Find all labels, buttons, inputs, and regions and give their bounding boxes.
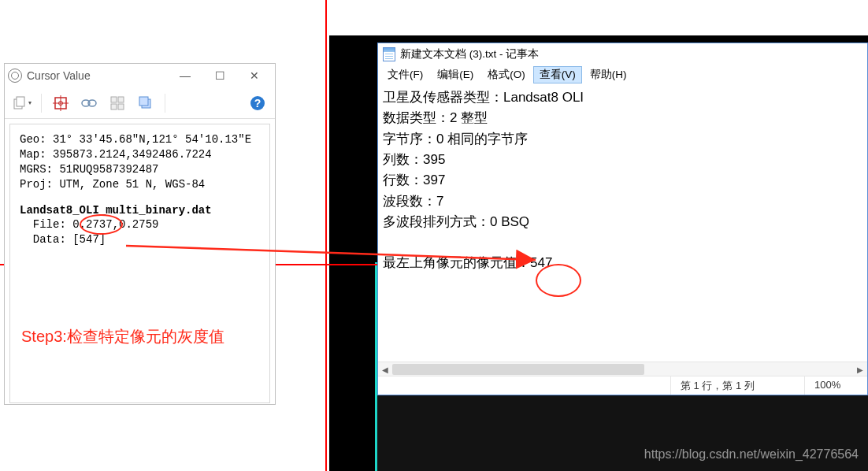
proj-value: UTM, Zone 51 N, WGS-84	[59, 178, 205, 191]
annotation-circle-cursor	[80, 214, 123, 235]
svg-text:?: ?	[254, 97, 262, 109]
status-zoom: 100%	[804, 376, 867, 395]
text-line: 多波段排列方式：0 BSQ	[383, 212, 862, 232]
menu-help[interactable]: 帮助(H)	[584, 66, 633, 83]
crosshair-icon	[53, 95, 69, 111]
horizontal-scrollbar[interactable]: ◀ ▶	[378, 362, 867, 376]
menu-edit[interactable]: 编辑(E)	[431, 66, 480, 83]
crosshair-tool-button[interactable]	[50, 93, 72, 113]
dropdown-caret-icon: ▾	[28, 99, 32, 106]
annotation-circle-notepad	[536, 264, 581, 297]
text-line: 波段数：7	[383, 191, 862, 212]
text-line: 数据类型：2 整型	[383, 108, 862, 128]
crosshair-vertical	[325, 0, 327, 471]
menu-view[interactable]: 查看(V)	[533, 66, 582, 83]
svg-rect-8	[111, 97, 117, 102]
minimize-button[interactable]: —	[168, 65, 202, 87]
step3-annotation: Step3:检查特定像元的灰度值	[21, 326, 224, 347]
menu-format[interactable]: 格式(O)	[481, 66, 532, 83]
link-tool-button[interactable]	[78, 93, 100, 113]
link-icon	[80, 98, 98, 109]
maximize-button[interactable]: ☐	[202, 65, 237, 87]
watermark: https://blog.csdn.net/weixin_42776564	[644, 447, 859, 462]
text-line: 最左上角像元的像元值：547	[383, 253, 862, 273]
cascade-icon	[139, 96, 153, 110]
window-titlebar[interactable]: 新建文本文档 (3).txt - 记事本	[378, 43, 867, 65]
close-button[interactable]: ✕	[237, 65, 272, 87]
window-title: 新建文本文档 (3).txt - 记事本	[400, 47, 539, 61]
help-button[interactable]: ?	[247, 93, 269, 113]
cursor-value-body: Geo: 31° 33′45.68″N,121° 54′10.13″E Map:…	[9, 124, 270, 403]
map-row: Map: 395873.2124,3492486.7224	[20, 147, 260, 162]
window-titlebar[interactable]: Cursor Value — ☐ ✕	[5, 64, 275, 87]
map-value: 395873.2124,3492486.7224	[53, 148, 212, 161]
mgrs-row: MGRS: 51RUQ9587392487	[20, 162, 260, 177]
menu-bar: 文件(F) 编辑(E) 格式(O) 查看(V) 帮助(H)	[378, 65, 867, 84]
scrollbar-thumb[interactable]	[392, 364, 644, 375]
copy-icon	[13, 96, 27, 110]
toolbar: ▾ ?	[5, 87, 275, 119]
app-icon	[8, 69, 22, 83]
window-title: Cursor Value	[27, 69, 91, 82]
svg-rect-1	[17, 97, 24, 106]
toolbar-separator	[41, 94, 42, 113]
pixel-grid-button[interactable]	[106, 93, 128, 113]
scroll-left-button[interactable]: ◀	[378, 362, 392, 376]
menu-file[interactable]: 文件(F)	[381, 66, 429, 83]
svg-rect-10	[111, 104, 117, 109]
text-line: 列数：395	[383, 150, 862, 170]
svg-rect-9	[118, 97, 124, 102]
file-row: File: 0.2737,0.2759	[20, 217, 260, 232]
data-value: [547]	[72, 233, 106, 246]
status-bar: 第 1 行，第 1 列 100%	[378, 376, 867, 395]
status-position: 第 1 行，第 1 列	[670, 376, 804, 395]
cursor-value-window: Cursor Value — ☐ ✕ ▾ ? Geo: 31° 33′45.68…	[4, 63, 276, 405]
text-line: 字节序：0 相同的字节序	[383, 129, 862, 150]
proj-row: Proj: UTM, Zone 51 N, WGS-84	[20, 177, 260, 192]
notepad-window: 新建文本文档 (3).txt - 记事本 文件(F) 编辑(E) 格式(O) 查…	[377, 43, 868, 395]
dataset-name: Landsat8_OLI_multi_binary.dat	[20, 203, 260, 218]
notepad-icon	[383, 47, 395, 61]
cascade-windows-button[interactable]	[135, 93, 157, 113]
text-line: 卫星及传感器类型：Landsat8 OLI	[383, 87, 862, 108]
scroll-right-button[interactable]: ▶	[853, 362, 867, 376]
data-row: Data: [547]	[20, 232, 260, 247]
notepad-text-area[interactable]: 卫星及传感器类型：Landsat8 OLI 数据类型：2 整型 字节序：0 相同…	[378, 84, 867, 362]
geo-row: Geo: 31° 33′45.68″N,121° 54′10.13″E	[20, 132, 260, 147]
copy-button[interactable]: ▾	[11, 93, 33, 113]
svg-rect-13	[139, 97, 148, 106]
geo-value: 31° 33′45.68″N,121° 54′10.13″E	[53, 133, 251, 146]
text-line: 行数：397	[383, 170, 862, 191]
toolbar-separator	[165, 94, 165, 113]
svg-rect-11	[118, 104, 124, 109]
help-icon: ?	[250, 95, 265, 111]
pixel-grid-icon	[110, 96, 124, 110]
mgrs-value: 51RUQ9587392487	[59, 163, 158, 176]
